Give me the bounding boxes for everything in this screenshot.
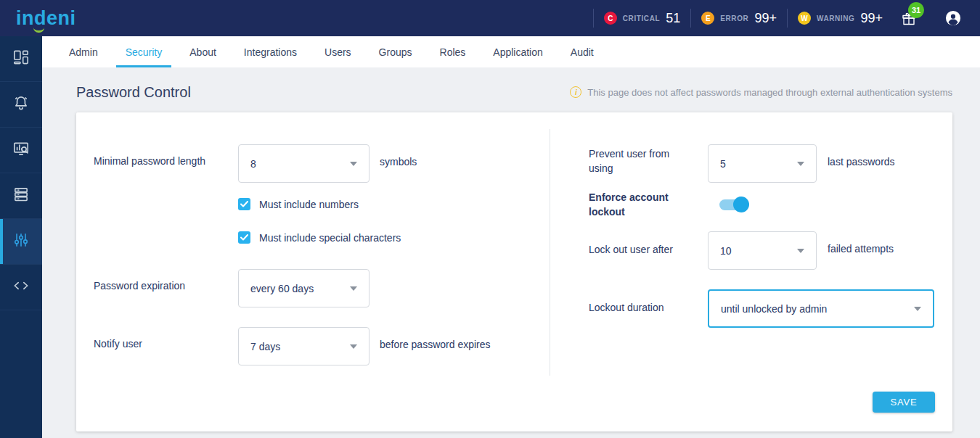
- error-alerts-counter[interactable]: E ERROR 99+: [701, 11, 777, 26]
- chevron-down-icon: [797, 249, 804, 253]
- lock-after-value: 10: [720, 245, 732, 257]
- prevent-reuse-value: 5: [720, 158, 726, 170]
- tab-application[interactable]: Application: [483, 36, 552, 67]
- checkbox-special-label: Must include special characters: [259, 232, 401, 244]
- notify-select[interactable]: 7 days: [238, 327, 369, 365]
- chevron-down-icon: [797, 162, 804, 166]
- checkbox-row-special[interactable]: Must include special characters: [238, 231, 401, 244]
- info-note-text: This page does not affect passwords mana…: [587, 87, 952, 98]
- lock-after-suffix: failed attempts: [828, 243, 894, 255]
- min-length-value: 8: [250, 158, 256, 170]
- settings-sliders-icon: [12, 231, 30, 252]
- error-severity-icon: E: [701, 12, 714, 25]
- toggle-knob: [733, 197, 749, 212]
- tab-about[interactable]: About: [180, 36, 226, 67]
- prevent-reuse-suffix: last passwords: [828, 156, 895, 168]
- error-label: ERROR: [720, 15, 748, 22]
- security-content: Password Control i This page does not af…: [42, 67, 980, 438]
- chevron-down-icon: [350, 286, 357, 291]
- critical-alerts-counter[interactable]: C CRITICAL 51: [604, 11, 681, 26]
- critical-severity-icon: C: [604, 12, 617, 25]
- tab-security[interactable]: Security: [116, 36, 172, 67]
- warning-alerts-counter[interactable]: W WARNING 99+: [798, 11, 883, 26]
- top-navbar: indeni C CRITICAL 51 E ERROR 99+ W WARNI…: [0, 0, 980, 36]
- prevent-reuse-label: Prevent user from using: [589, 146, 687, 175]
- info-icon: i: [570, 86, 581, 98]
- checkmark-icon: [240, 201, 248, 207]
- checkbox-row-numbers[interactable]: Must include numbers: [238, 198, 359, 210]
- lock-after-select[interactable]: 10: [708, 231, 817, 270]
- gift-whats-new-icon[interactable]: 31: [900, 9, 918, 27]
- checkbox-numbers-label: Must include numbers: [259, 199, 359, 210]
- tab-audit[interactable]: Audit: [561, 36, 603, 67]
- divider: [690, 9, 691, 28]
- dashboard-icon: [12, 48, 30, 70]
- notify-value: 7 days: [250, 341, 280, 352]
- alerts-bell-icon: [12, 94, 30, 115]
- expiration-select[interactable]: every 60 days: [238, 269, 369, 307]
- sidebar-item-automation[interactable]: [0, 265, 42, 310]
- divider: [787, 9, 788, 28]
- tab-admin[interactable]: Admin: [60, 36, 107, 67]
- sidebar-item-settings[interactable]: [0, 219, 42, 265]
- warning-label: WARNING: [817, 15, 855, 22]
- gift-count-badge: 31: [908, 2, 924, 18]
- critical-label: CRITICAL: [623, 15, 660, 22]
- indeni-logo[interactable]: indeni: [16, 7, 76, 30]
- enforce-lockout-toggle[interactable]: [719, 199, 747, 210]
- lockout-duration-value: until unlocked by admin: [721, 303, 827, 315]
- checkbox-must-include-special-characters[interactable]: [238, 231, 250, 244]
- notify-suffix: before password expires: [380, 339, 491, 350]
- error-count: 99+: [754, 11, 777, 26]
- sidebar: [0, 36, 42, 438]
- lock-after-label: Lock out user after: [589, 242, 698, 257]
- lockout-duration-select[interactable]: until unlocked by admin: [708, 289, 934, 328]
- divider: [593, 9, 594, 28]
- devices-list-icon: [12, 185, 30, 207]
- prevent-reuse-select[interactable]: 5: [708, 144, 817, 183]
- settings-tab-bar: Admin Security About Integrations Users …: [42, 36, 980, 67]
- notify-label: Notify user: [94, 336, 235, 351]
- sidebar-item-analysis[interactable]: [0, 128, 42, 173]
- user-avatar-icon[interactable]: [945, 10, 961, 26]
- chevron-down-icon: [914, 307, 921, 311]
- chevron-down-icon: [350, 162, 357, 166]
- min-length-label: Minimal password length: [94, 154, 235, 168]
- checkmark-icon: [240, 234, 248, 241]
- password-control-card: Minimal password length 8 symbols Must i…: [76, 112, 952, 431]
- tab-roles[interactable]: Roles: [430, 36, 475, 67]
- sidebar-item-devices[interactable]: [0, 173, 42, 219]
- warning-severity-icon: W: [798, 12, 811, 25]
- checkbox-must-include-numbers[interactable]: [238, 198, 250, 210]
- sidebar-item-dashboard[interactable]: [0, 36, 42, 82]
- min-length-suffix: symbols: [380, 156, 417, 168]
- column-divider: [550, 129, 550, 376]
- save-button[interactable]: SAVE: [873, 392, 935, 413]
- code-icon: [12, 276, 30, 298]
- expiration-label: Password expiration: [94, 278, 235, 293]
- tab-groups[interactable]: Groups: [369, 36, 422, 67]
- logo-smile-icon: [33, 28, 44, 33]
- enforce-lockout-label: Enforce account lockout: [589, 190, 690, 219]
- tab-integrations[interactable]: Integrations: [234, 36, 306, 67]
- monitor-analysis-icon: [12, 139, 30, 161]
- lockout-duration-label: Lockout duration: [589, 300, 698, 315]
- navbar-right: C CRITICAL 51 E ERROR 99+ W WARNING 99+ …: [583, 0, 980, 36]
- chevron-down-icon: [350, 344, 357, 349]
- page-title: Password Control: [76, 84, 191, 101]
- warning-count: 99+: [860, 11, 883, 26]
- sidebar-item-alerts[interactable]: [0, 82, 42, 128]
- critical-count: 51: [666, 11, 680, 26]
- tab-users[interactable]: Users: [315, 36, 361, 67]
- expiration-value: every 60 days: [250, 283, 314, 294]
- min-length-select[interactable]: 8: [238, 144, 369, 183]
- logo-text: indeni: [16, 7, 76, 29]
- info-note: i This page does not affect passwords ma…: [570, 86, 952, 98]
